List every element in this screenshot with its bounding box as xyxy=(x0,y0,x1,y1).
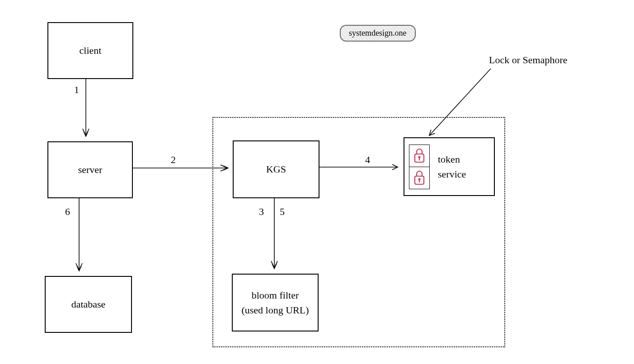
step-5-text: 5 xyxy=(280,206,285,217)
kgs-label: KGS xyxy=(266,163,286,175)
client-label: client xyxy=(80,45,102,56)
step-6-text: 6 xyxy=(65,206,70,217)
database-label: database xyxy=(71,299,106,310)
step-4-text: 4 xyxy=(365,154,370,165)
step-3-text: 3 xyxy=(259,206,264,217)
server-label: server xyxy=(78,164,103,176)
step-2-text: 2 xyxy=(171,154,176,165)
token-service-label-1: token xyxy=(438,152,466,167)
client-node: client xyxy=(47,22,133,79)
source-badge: systemdesign.one xyxy=(340,25,416,42)
lock-semaphore-annotation: Lock or Semaphore xyxy=(489,54,568,66)
lock-icon-bottom xyxy=(409,167,429,189)
svg-point-1 xyxy=(418,156,421,158)
token-service-label-2: service xyxy=(438,167,466,182)
kgs-node: KGS xyxy=(233,140,319,198)
svg-point-4 xyxy=(418,178,421,180)
step-1-label: 1 xyxy=(74,84,79,96)
step-6-label: 6 xyxy=(65,206,70,218)
server-node: server xyxy=(47,141,133,198)
step-5-label: 5 xyxy=(280,206,285,218)
lock-semaphore-annotation-text: Lock or Semaphore xyxy=(489,54,568,65)
step-4-label: 4 xyxy=(365,154,370,166)
bloom-filter-node: bloom filter (used long URL) xyxy=(232,274,319,331)
locks-container xyxy=(409,145,430,189)
token-service-node: token service xyxy=(404,137,495,196)
database-node: database xyxy=(45,276,132,333)
step-2-label: 2 xyxy=(171,154,176,166)
lock-icon-top xyxy=(409,145,429,167)
source-badge-text: systemdesign.one xyxy=(349,28,407,37)
step-1-text: 1 xyxy=(74,84,79,95)
token-service-label-wrap: token service xyxy=(438,152,466,182)
step-3-label: 3 xyxy=(259,206,264,218)
bloom-filter-label-1: bloom filter xyxy=(252,288,299,303)
bloom-filter-label-2: (used long URL) xyxy=(241,303,309,317)
